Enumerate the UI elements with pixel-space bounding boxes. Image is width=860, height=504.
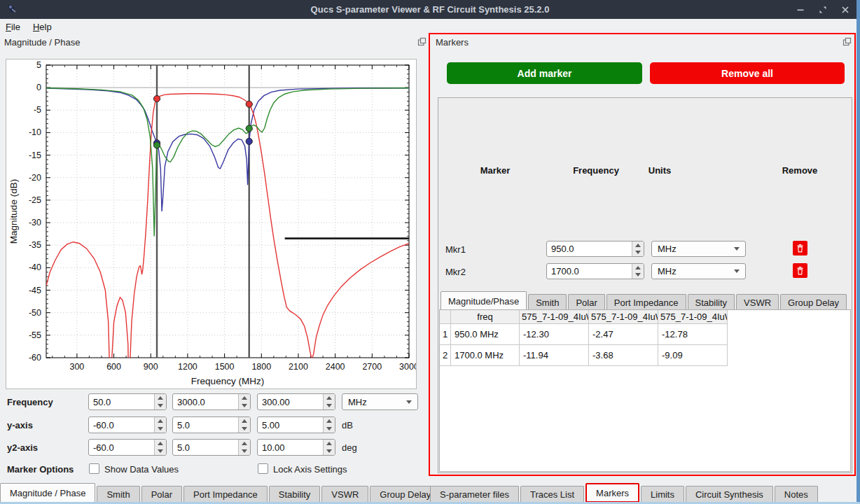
close-button[interactable] [836,2,854,18]
frequency-stop-spinbox[interactable] [172,393,251,410]
column-header-units: Units [618,165,702,176]
marker1-frequency-spinbox[interactable] [546,241,644,257]
menu-help[interactable]: Help [33,22,52,32]
y-axis-step-spinbox[interactable] [257,416,335,433]
marker1-remove-button[interactable] [793,241,807,255]
restore-icon [818,5,828,15]
y2-axis-max-spinbox[interactable] [172,439,251,456]
trash-icon [796,244,805,253]
y-axis-min-input[interactable] [89,417,154,433]
tab-smith[interactable]: Smith [97,486,139,503]
menu-file[interactable]: File [6,22,20,32]
frequency-unit-value: MHz [348,397,367,407]
tab-limits[interactable]: Limits [641,486,684,503]
svg-text:2400: 2400 [326,362,345,372]
cell-freq: 950.0 MHz [451,324,520,345]
marker-name-label: Mkr2 [445,267,466,277]
y2-axis-max-input[interactable] [173,440,238,455]
row-number: 2 [440,345,451,366]
tab-values-vswr[interactable]: VSWR [736,294,779,310]
svg-text:5: 5 [36,60,41,70]
minimize-button[interactable] [791,2,810,18]
spin-buttons[interactable] [632,264,644,279]
window-right-edge [856,0,860,504]
chevron-down-icon [734,270,740,273]
tab-notes[interactable]: Notes [775,486,818,503]
tab-s-parameter-files[interactable]: S-parameter files [430,486,519,503]
tab-values-polar[interactable]: Polar [568,294,604,310]
spin-buttons[interactable] [154,394,166,410]
frequency-stop-input[interactable] [173,394,238,410]
frequency-label: Frequency [7,397,53,407]
spin-buttons[interactable] [238,394,250,410]
spin-buttons[interactable] [238,440,250,455]
restore-button[interactable] [814,2,832,18]
spin-buttons[interactable] [632,241,644,256]
marker-options-label: Marker Options [7,464,74,475]
frequency-step-input[interactable] [258,394,323,410]
marker2-frequency-input[interactable] [547,264,632,279]
markers-panel-title: Markers [436,37,469,48]
marker2-remove-button[interactable] [793,263,807,278]
marker1-frequency-input[interactable] [547,241,632,256]
tab-polar[interactable]: Polar [141,486,182,503]
spin-buttons[interactable] [154,417,166,433]
y2-axis-min-input[interactable] [89,440,154,455]
spin-buttons[interactable] [154,440,166,455]
tab-markers[interactable]: Markers [585,483,639,503]
marker2-frequency-spinbox[interactable] [546,263,644,279]
svg-text:0: 0 [36,83,41,92]
marker2-unit-combo[interactable]: MHz [651,263,746,279]
float-dock-icon[interactable] [417,37,426,46]
frequency-start-input[interactable] [89,394,154,410]
svg-text:3000: 3000 [399,362,416,372]
tab-traces-list[interactable]: Traces List [520,486,584,503]
show-data-values-checkbox[interactable] [89,463,99,474]
y2-axis-step-input[interactable] [258,440,323,455]
tab-vswr[interactable]: VSWR [321,486,368,503]
header-cell-trace3: 575_7-1-09_4IuWS [658,310,728,324]
y-axis-min-spinbox[interactable] [88,416,167,433]
table-row: 1 950.0 MHz -12.30 -2.47 -12.78 [440,324,850,345]
add-marker-button[interactable]: Add marker [447,62,642,84]
tab-values-port-impedance[interactable]: Port Impedance [606,294,686,310]
svg-text:600: 600 [106,362,121,372]
plot-frame: 300600900120015001800210024002700300050-… [6,59,417,389]
spin-buttons[interactable] [323,417,335,433]
y2-axis-step-spinbox[interactable] [257,439,335,456]
tab-values-smith[interactable]: Smith [528,294,567,310]
minimize-icon [796,5,805,15]
tab-values-magnitude-phase[interactable]: Magnitude/Phase [441,291,527,310]
y2-axis-min-spinbox[interactable] [88,439,167,456]
spin-buttons[interactable] [323,440,335,455]
tab-magnitude-phase[interactable]: Magnitude / Phase [0,483,95,503]
y-axis-max-input[interactable] [173,417,238,433]
marker1-unit-combo[interactable]: MHz [651,241,746,257]
svg-text:-20: -20 [29,173,41,183]
chevron-down-icon [406,400,412,404]
header-cell-trace1: 575_7-1-09_4IuWS [520,310,589,324]
tab-circuit-synthesis[interactable]: Circuit Synthesis [686,486,773,503]
frequency-start-spinbox[interactable] [88,393,167,410]
tab-values-stability[interactable]: Stability [688,294,735,310]
svg-text:-15: -15 [29,150,41,160]
frequency-unit-combo[interactable]: MHz [342,393,418,410]
float-markers-dock-icon[interactable] [842,37,852,46]
marker2-unit-value: MHz [658,266,677,276]
svg-text:-10: -10 [29,127,41,137]
cell-value: -11.94 [520,345,589,366]
y-axis-step-input[interactable] [258,417,323,433]
y-axis-max-spinbox[interactable] [172,416,251,433]
frequency-step-spinbox[interactable] [257,393,335,410]
magnitude-phase-plot[interactable]: 300600900120015001800210024002700300050-… [6,59,416,388]
tab-port-impedance[interactable]: Port Impedance [183,486,268,503]
tab-values-group-delay[interactable]: Group Delay [780,294,847,310]
left-dock-title: Magnitude / Phase [4,37,80,48]
lock-axis-settings-checkbox[interactable] [258,463,268,474]
remove-all-button[interactable]: Remove all [650,62,845,84]
tab-stability[interactable]: Stability [269,486,321,503]
spin-buttons[interactable] [238,417,250,433]
spin-buttons[interactable] [323,394,335,410]
svg-text:300: 300 [69,362,84,372]
y-axis-label: y-axis [7,420,33,430]
